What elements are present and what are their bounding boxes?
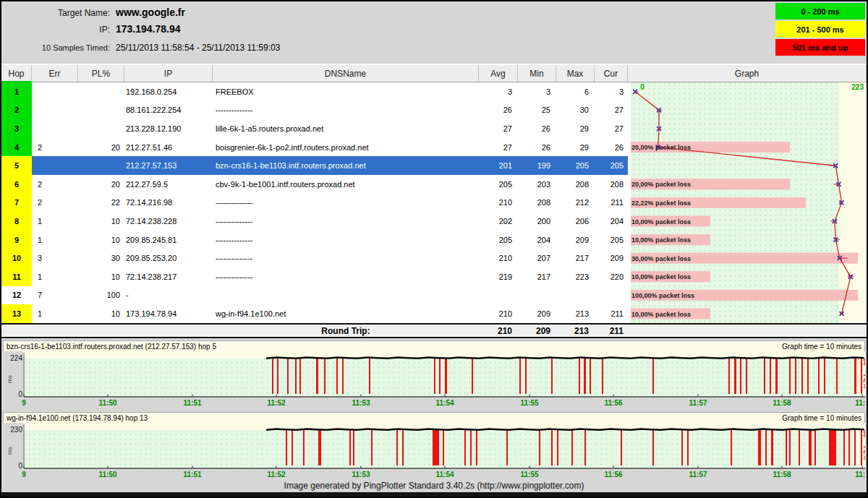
pingplotter-window: Target Name: www.google.fr IP: 173.194.7…: [0, 0, 868, 498]
cell-pl: 22: [78, 198, 124, 207]
cell-ip: 72.14.216.98: [124, 198, 213, 207]
column-header-min[interactable]: Min: [518, 65, 556, 82]
time-tick-label: 11:57: [689, 471, 707, 478]
table-row-hop-13[interactable]: 13110173.194.78.94wg-in-f94.1e100.net210…: [1, 304, 628, 323]
cell-min: 3: [518, 87, 556, 96]
ip-label: IP:: [1, 25, 110, 35]
column-header-cur[interactable]: Cur: [595, 65, 628, 82]
cell-max: 29: [556, 143, 595, 152]
ip-value: 173.194.78.94: [116, 23, 181, 35]
table-row-hop-8[interactable]: 811072.14.238.228--------------202200206…: [1, 212, 628, 231]
cell-dns: FREEBOX: [213, 87, 479, 96]
svg-text:30: 30: [862, 359, 865, 366]
timeline-title: wg-in-f94.1e100.net (173.194.78.94) hop …: [7, 413, 148, 423]
table-row-hop-10[interactable]: 10330209.85.253.20--------------21020721…: [1, 249, 628, 267]
round-trip-max: 213: [556, 326, 595, 336]
table-row-hop-3[interactable]: 3213.228.12.190lille-6k-1-a5.routers.pro…: [1, 119, 628, 138]
cell-err: 3: [32, 254, 78, 262]
timeline-graph-time-label: Graph time = 10 minutes: [782, 342, 861, 351]
cell-cur: 205: [595, 161, 628, 170]
table-row-hop-2[interactable]: 288.161.222.254--------------26253027: [1, 101, 628, 120]
column-header-graph[interactable]: Graph: [628, 65, 867, 82]
svg-text:100,00% packet loss: 100,00% packet loss: [631, 292, 694, 299]
cell-dns: boisgrenier-6k-1-po2.intf.routers.proxad…: [213, 143, 479, 152]
legend-item-1: 201 - 500 ms: [775, 21, 865, 38]
cell-max: 205: [556, 161, 595, 170]
table-rows: 1192.168.0.254FREEBOX3363288.161.222.254…: [1, 82, 628, 323]
cell-hop: 3: [1, 119, 32, 138]
time-tick-label: 11:51: [183, 471, 201, 478]
table-row-hop-1[interactable]: 1192.168.0.254FREEBOX3363: [1, 82, 628, 101]
cell-err: 7: [32, 291, 78, 299]
timeline-section-1: bzn-crs16-1-be1103.intf.routers.proxad.n…: [3, 340, 865, 408]
column-header-max[interactable]: Max: [556, 65, 595, 82]
cell-cur: 211: [595, 309, 628, 318]
svg-text:ms: ms: [7, 447, 13, 455]
cell-dns: lille-6k-1-a5.routers.proxad.net: [213, 124, 479, 133]
cell-hop: 12: [1, 286, 32, 305]
column-header-pl%[interactable]: PL%: [78, 65, 124, 82]
cell-hop: 10: [1, 249, 32, 267]
time-tick-label: 11:50: [98, 471, 116, 478]
cell-cur: 211: [595, 198, 628, 207]
cell-hop: 2: [1, 101, 32, 120]
bottom-border-bar: [1, 492, 867, 497]
time-tick-label: 9: [22, 399, 26, 407]
svg-text:PL%: PL%: [862, 446, 865, 460]
column-header-dnsname[interactable]: DNSName: [213, 65, 479, 82]
table-row-hop-5[interactable]: 5212.27.57.153bzn-crs16-1-be1103.intf.ro…: [1, 156, 628, 175]
cell-dns: --------------: [213, 236, 479, 244]
timeline-plot: 230ms030PL%: [3, 423, 865, 471]
cell-cur: 3: [595, 87, 628, 96]
cell-dns: cbv-9k-1-be1001.intf.routers.proxad.net: [213, 180, 479, 189]
cell-err: 1: [32, 309, 78, 318]
table-header-row: HopErrPL%IPDNSNameAvgMinMaxCurGraph: [1, 65, 867, 82]
hop-graph-svg: 022320,00% packet loss20,00% packet loss…: [628, 82, 867, 323]
cell-cur: 26: [595, 143, 628, 152]
table-row-hop-9[interactable]: 9110209.85.245.81--------------205204209…: [1, 231, 628, 249]
cell-pl: 10: [78, 272, 124, 281]
cell-ip: 209.85.245.81: [124, 236, 213, 244]
time-tick-label: 11:58: [773, 471, 791, 478]
svg-text:10,00% packet loss: 10,00% packet loss: [631, 311, 691, 318]
table-row-hop-12[interactable]: 127100-: [1, 286, 628, 305]
cell-min: 208: [518, 198, 556, 207]
table-row-hop-4[interactable]: 4220212.27.51.46boisgrenier-6k-1-po2.int…: [1, 138, 628, 157]
cell-avg: 27: [479, 143, 518, 152]
cell-pl: 30: [78, 254, 124, 262]
time-tick-label: 11:54: [435, 471, 454, 478]
cell-dns: wg-in-f94.1e100.net: [213, 309, 479, 318]
cell-max: 209: [556, 236, 595, 244]
timeline-x-axis: 911:5011:5111:5211:5311:5411:5511:5611:5…: [3, 399, 865, 408]
cell-max: 30: [556, 106, 595, 114]
cell-err: 1: [32, 236, 78, 244]
table-row-hop-7[interactable]: 722272.14.216.98--------------2102082122…: [1, 194, 628, 212]
table-row-hop-6[interactable]: 6220212.27.59.5cbv-9k-1-be1001.intf.rout…: [1, 175, 628, 194]
round-trip-avg: 210: [479, 326, 518, 336]
cell-avg: 219: [479, 272, 518, 281]
cell-cur: 205: [595, 236, 628, 244]
cell-hop: 6: [1, 175, 32, 194]
column-header-avg[interactable]: Avg: [479, 65, 518, 82]
cell-ip: 212.27.51.46: [124, 143, 213, 152]
cell-pl: 100: [78, 291, 124, 299]
timeline-plot: 224ms030PL%: [3, 351, 865, 399]
target-name-value: www.google.fr: [116, 7, 185, 18]
cell-hop: 7: [1, 194, 32, 212]
legend-item-2: 501 ms and up: [775, 39, 865, 56]
cell-avg: 210: [479, 198, 518, 207]
cell-ip: 173.194.78.94: [124, 309, 213, 318]
column-header-ip[interactable]: IP: [124, 65, 213, 82]
table-row-hop-11[interactable]: 1111072.14.238.217--------------21921722…: [1, 267, 628, 286]
column-header-err[interactable]: Err: [32, 65, 78, 82]
round-trip-min: 209: [518, 326, 556, 336]
svg-text:0: 0: [640, 83, 644, 91]
cell-err: 2: [32, 198, 78, 207]
cell-pl: 20: [78, 143, 124, 152]
svg-text:PL%: PL%: [862, 374, 865, 389]
cell-dns: --------------: [213, 254, 479, 262]
cell-avg: 3: [479, 87, 518, 96]
cell-min: 209: [518, 309, 556, 318]
column-header-hop[interactable]: Hop: [1, 65, 32, 82]
cell-cur: 27: [595, 106, 628, 114]
